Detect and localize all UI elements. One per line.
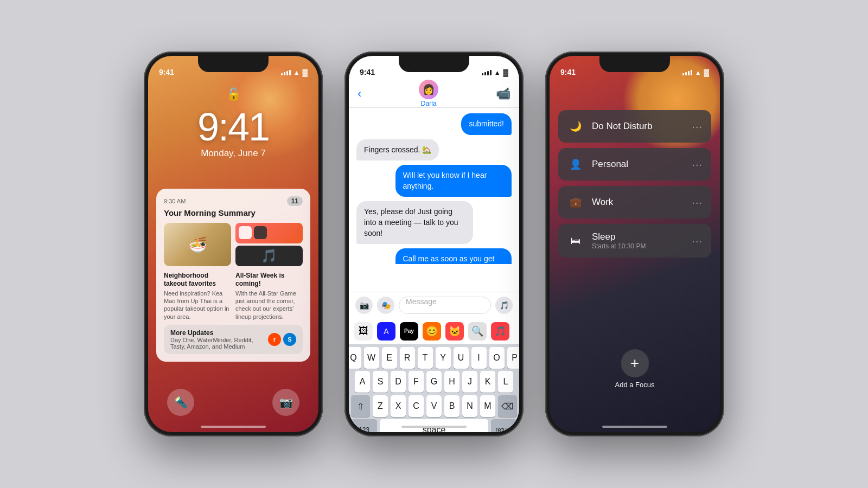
music-strip-icon[interactable]: 🎵: [491, 322, 509, 341]
audio-input-button[interactable]: 🎵: [495, 297, 513, 314]
photos-strip-icon[interactable]: 🖼: [354, 322, 373, 341]
key-m[interactable]: M: [480, 395, 495, 417]
focus-item-work[interactable]: 💼 Work ···: [558, 186, 711, 219]
notif-time: 9:30 AM: [164, 198, 186, 204]
wifi-icon-3: ▲: [695, 69, 701, 76]
contact-info[interactable]: 👩 Darla: [419, 80, 438, 107]
notification-card[interactable]: 9:30 AM 11 Your Morning Summary 🎵 Neighb…: [156, 189, 310, 362]
key-i[interactable]: I: [471, 347, 487, 369]
key-q[interactable]: Q: [349, 347, 361, 369]
briefcase-icon: 💼: [567, 194, 584, 211]
message-input[interactable]: Message: [399, 297, 491, 314]
keyboard: Q W E R T Y U I O P A S D F G H J K L: [349, 344, 519, 432]
key-w[interactable]: W: [364, 347, 379, 369]
memoji-strip-icon[interactable]: 😊: [423, 322, 441, 341]
key-j[interactable]: J: [462, 371, 477, 393]
key-p[interactable]: P: [507, 347, 520, 369]
message-bubble: Call me as soon as you get this, please!…: [395, 248, 512, 264]
add-focus-button[interactable]: + Add a Focus: [615, 349, 655, 389]
status-icons-1: ▲ ▓: [281, 68, 308, 76]
apps-input-button[interactable]: 🎭: [377, 297, 394, 314]
focus-item-sleep[interactable]: 🛏 Sleep Starts at 10:30 PM ···: [558, 224, 711, 258]
focus-mode-list: 🌙 Do Not Disturb ··· 👤 Personal ··· 💼 Wo…: [558, 110, 711, 258]
key-t[interactable]: T: [418, 347, 433, 369]
key-d[interactable]: D: [391, 371, 406, 393]
focus-more-work[interactable]: ···: [692, 196, 703, 209]
keyboard-bottom-row: 123 space return: [349, 417, 519, 432]
status-time-3: 9:41: [560, 68, 576, 76]
key-n[interactable]: N: [462, 395, 477, 417]
numbers-key[interactable]: 123: [351, 419, 377, 432]
focus-more-sleep[interactable]: ···: [692, 235, 703, 247]
messages-body: submitted! Fingers crossed. 🏡 Will let y…: [349, 108, 519, 264]
camera-button[interactable]: 📷: [272, 389, 299, 416]
phone-2: 9:41 ▲ ▓ ‹ 👩 Darla 📹 submi: [344, 52, 524, 436]
signal-icon: [281, 70, 291, 75]
search-strip-icon[interactable]: 🔍: [468, 322, 487, 341]
applepay-strip-icon[interactable]: Pay: [400, 322, 418, 341]
back-button[interactable]: ‹: [358, 87, 361, 101]
notif-images: 🎵: [164, 223, 303, 266]
key-b[interactable]: B: [444, 395, 459, 417]
focus-label-personal: Personal: [592, 159, 684, 170]
animoji-strip-icon[interactable]: 🐱: [445, 322, 464, 341]
notif-more-updates[interactable]: More Updates Day One, WaterMinder, Reddi…: [164, 325, 303, 354]
key-z[interactable]: Z: [373, 395, 388, 417]
shift-key[interactable]: ⇧: [351, 395, 370, 417]
key-y[interactable]: Y: [436, 347, 451, 369]
notif-dark-image: 🎵: [235, 246, 303, 266]
key-r[interactable]: R: [400, 347, 415, 369]
key-v[interactable]: V: [426, 395, 442, 417]
reddit-icon: r: [268, 333, 281, 346]
delete-key[interactable]: ⌫: [498, 395, 517, 417]
notif-title: Your Morning Summary: [164, 208, 303, 217]
video-call-button[interactable]: 📹: [496, 87, 510, 101]
status-icons-3: ▲ ▓: [682, 68, 709, 76]
key-c[interactable]: C: [409, 395, 424, 417]
key-x[interactable]: X: [391, 395, 406, 417]
focus-more-personal[interactable]: ···: [692, 158, 703, 171]
return-key[interactable]: return: [491, 419, 517, 432]
keyboard-row-1: Q W E R T Y U I O P: [349, 344, 519, 369]
app-strip: 🖼 A Pay 😊 🐱 🔍 🎵: [349, 318, 519, 344]
phone-3: 9:41 ▲ ▓ 🌙 Do Not Disturb ··· 👤: [545, 52, 724, 436]
moon-icon: 🌙: [567, 118, 584, 135]
focus-label-dnd: Do Not Disturb: [592, 121, 684, 132]
notif-more-content: More Updates Day One, WaterMinder, Reddi…: [170, 329, 268, 350]
status-time-2: 9:41: [360, 68, 375, 76]
focus-item-personal[interactable]: 👤 Personal ···: [558, 148, 711, 181]
key-e[interactable]: E: [382, 347, 397, 369]
key-l[interactable]: L: [498, 371, 513, 393]
appstore-strip-icon[interactable]: A: [377, 322, 395, 341]
key-s[interactable]: S: [373, 371, 388, 393]
battery-icon-3: ▓: [704, 68, 709, 76]
notch-2: [399, 56, 469, 72]
keyboard-row-3: ⇧ Z X C V B N M ⌫: [349, 393, 519, 417]
message-bubble: submitted!: [461, 113, 512, 135]
home-indicator-3: [602, 426, 667, 428]
status-time-1: 9:41: [159, 68, 174, 76]
keyboard-row-2: A S D F G H J K L: [349, 369, 519, 393]
key-g[interactable]: G: [426, 371, 442, 393]
notif-news-1: Neighborhood takeout favorites Need insp…: [164, 272, 231, 320]
battery-icon: ▓: [303, 68, 308, 76]
contact-name: Darla: [421, 100, 437, 107]
message-bubble: Fingers crossed. 🏡: [356, 139, 439, 161]
person-icon: 👤: [567, 156, 584, 173]
focus-more-dnd[interactable]: ···: [692, 120, 703, 133]
focus-item-do-not-disturb[interactable]: 🌙 Do Not Disturb ···: [558, 110, 711, 143]
key-a[interactable]: A: [355, 371, 370, 393]
camera-input-button[interactable]: 📷: [355, 297, 373, 314]
wifi-icon: ▲: [293, 69, 300, 76]
key-f[interactable]: F: [409, 371, 424, 393]
message-input-bar: 📷 🎭 Message 🎵: [349, 292, 519, 318]
key-k[interactable]: K: [480, 371, 495, 393]
lock-date: Monday, June 7: [148, 148, 318, 159]
key-h[interactable]: H: [444, 371, 459, 393]
wifi-icon-2: ▲: [494, 69, 501, 76]
notch: [198, 56, 269, 72]
key-o[interactable]: O: [489, 347, 505, 369]
flashlight-button[interactable]: 🔦: [167, 389, 194, 416]
notif-badge: 11: [287, 196, 303, 206]
key-u[interactable]: U: [454, 347, 469, 369]
